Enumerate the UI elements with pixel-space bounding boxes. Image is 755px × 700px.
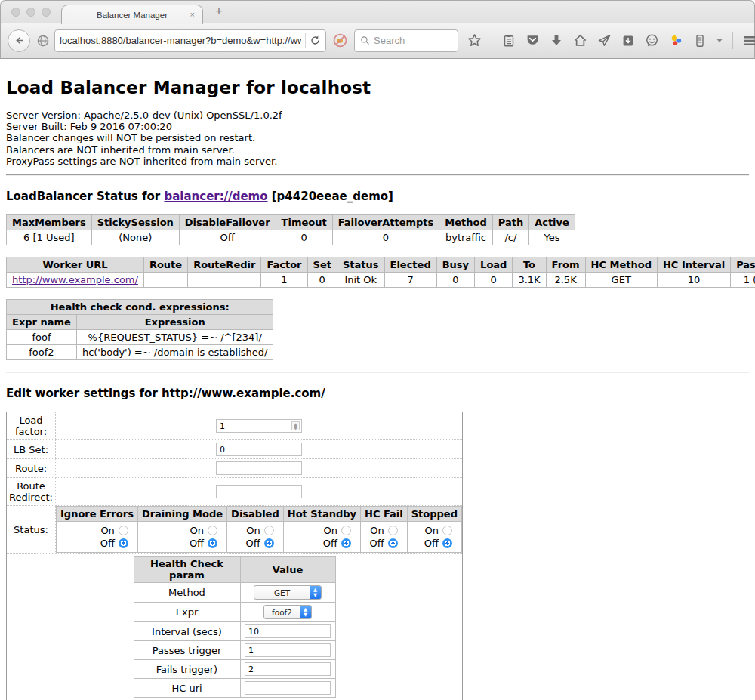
status-draining-mode-cell: On Off (137, 522, 226, 553)
divider (6, 372, 749, 373)
home-icon[interactable] (573, 33, 587, 48)
close-window-button[interactable] (11, 8, 20, 17)
page-content: Load Balancer Manager for localhost Serv… (0, 59, 755, 700)
zoom-window-button[interactable] (42, 8, 51, 17)
save-page-icon[interactable] (621, 34, 635, 48)
pocket-icon[interactable] (525, 33, 540, 48)
back-button[interactable] (8, 29, 30, 52)
table-row: foof %{REQUEST_STATUS} =~ /^[234]/ (7, 330, 273, 345)
stopped-off-radio[interactable] (442, 538, 452, 548)
divider (6, 174, 749, 176)
traffic-lights (11, 8, 51, 17)
status-ignore-errors-cell: On Off (57, 522, 138, 553)
search-placeholder: Search (374, 35, 405, 46)
device-icon[interactable] (693, 34, 707, 48)
disabled-on-radio[interactable] (264, 526, 274, 535)
hc-uri-input[interactable] (245, 681, 331, 695)
expr-label: Expr (134, 603, 240, 622)
balancer-status-heading: LoadBalancer Status for balancer://demo … (6, 190, 749, 203)
proxypass-note: ProxyPass settings are NOT inherited fro… (6, 156, 749, 167)
hot-standby-off-radio[interactable] (341, 538, 351, 548)
reading-list-icon[interactable] (502, 34, 516, 48)
route-input[interactable] (216, 461, 302, 475)
interval-label: Interval (secs) (134, 622, 240, 641)
search-icon (360, 35, 370, 45)
expr-table-title: Health check cond. expressions: (7, 300, 273, 315)
minimize-window-button[interactable] (26, 8, 35, 17)
url-text[interactable]: localhost:8880/balancer-manager?b=demo&w… (60, 35, 301, 46)
route-label: Route: (7, 459, 56, 478)
server-built: Server Built: Feb 9 2016 07:00:20 (6, 121, 749, 132)
fails-trigger-input[interactable] (245, 662, 331, 676)
expr-select[interactable]: foof2 ▲▼ (263, 605, 312, 619)
passes-trigger-label: Passes trigger (134, 641, 240, 660)
downloads-icon[interactable] (550, 34, 563, 48)
table-row: http://www.example.com/ 1 0 Init Ok 7 0 … (7, 273, 755, 288)
load-factor-input[interactable] (216, 419, 302, 433)
route-redirect-label: Route Redirect: (7, 478, 56, 506)
page-title: Load Balancer Manager for localhost (6, 59, 749, 97)
draining-mode-on-radio[interactable] (208, 526, 217, 535)
ignore-errors-off-radio[interactable] (119, 538, 128, 548)
status-hc-fail-cell: On Off (361, 522, 408, 553)
balancer-status-table: MaxMembers StickySession DisableFailover… (6, 214, 575, 245)
tab-title: Balancer Manager (97, 11, 168, 20)
number-spinner-icon[interactable]: ▲▼ (291, 421, 300, 430)
hot-standby-on-radio[interactable] (341, 526, 351, 535)
block-icon[interactable] (332, 32, 348, 48)
fails-trigger-label: Fails trigger) (134, 660, 240, 679)
browser-window: Balancer Manager × + localhost:8880/bala… (0, 0, 755, 700)
balancer-demo-link[interactable]: balancer://demo (164, 190, 267, 203)
draining-mode-off-radio[interactable] (208, 538, 217, 548)
ignore-errors-on-radio[interactable] (119, 526, 128, 535)
send-icon[interactable] (597, 33, 612, 48)
route-redirect-input[interactable] (216, 485, 302, 498)
lb-set-input[interactable] (216, 443, 302, 456)
server-version: Server Version: Apache/2.5.0-dev (Unix) … (6, 109, 749, 121)
server-info: Server Version: Apache/2.5.0-dev (Unix) … (6, 109, 749, 167)
menu-icon[interactable] (743, 35, 755, 47)
lb-set-label: LB Set: (7, 440, 56, 459)
method-label: Method (134, 583, 240, 603)
reload-icon[interactable] (310, 35, 321, 46)
persist-note: Balancer changes will NOT be persisted o… (6, 132, 749, 143)
table-row: foof2 hc('body') =~ /domain is establish… (7, 345, 273, 360)
caret-icon[interactable] (716, 39, 723, 43)
health-check-param-table: Health Check param Value Method GET ▲▼ (134, 556, 336, 698)
stopped-on-radio[interactable] (442, 526, 452, 535)
status-stopped-cell: On Off (407, 522, 461, 553)
search-input[interactable]: Search (354, 29, 458, 52)
worker-table: Worker URL Route RouteRedir Factor Set S… (6, 257, 755, 288)
select-stepper-icon: ▲▼ (300, 605, 311, 619)
url-bar[interactable]: localhost:8880/balancer-manager?b=demo&w… (54, 29, 326, 52)
status-table: Ignore Errors Draining Mode Disabled Hot… (56, 506, 462, 553)
balancers-note: Balancers are NOT inherited from main se… (6, 144, 749, 156)
health-check-expressions-table: Health check cond. expressions: Expr nam… (6, 299, 273, 360)
close-tab-icon[interactable]: × (190, 10, 195, 19)
globe-icon (36, 34, 50, 48)
status-disabled-cell: On Off (227, 522, 284, 553)
interval-input[interactable] (245, 624, 331, 638)
status-label: Status: (7, 506, 56, 554)
edit-worker-heading: Edit worker settings for http://www.exam… (6, 387, 749, 400)
table-row: 6 [1 Used] (None) Off 0 0 bytraffic /c/ … (7, 230, 575, 245)
new-tab-button[interactable]: + (215, 4, 223, 19)
extension-dots-icon[interactable] (669, 33, 683, 48)
hc-fail-on-radio[interactable] (388, 526, 398, 535)
chat-icon[interactable] (645, 33, 659, 48)
tab-balancer-manager[interactable]: Balancer Manager × (61, 5, 203, 24)
hc-fail-off-radio[interactable] (388, 538, 398, 548)
toolbar-icons (467, 32, 755, 49)
bookmark-star-icon[interactable] (467, 33, 482, 48)
select-stepper-icon: ▲▼ (310, 585, 321, 600)
worker-url-link[interactable]: http://www.example.com/ (12, 274, 138, 285)
edit-worker-form: Load factor: ▲▼ LB Set: Route: Route Red… (6, 412, 463, 700)
method-select[interactable]: GET ▲▼ (254, 585, 322, 600)
load-factor-label: Load factor: (7, 412, 56, 440)
disabled-off-radio[interactable] (264, 538, 274, 548)
status-hot-standby-cell: On Off (283, 522, 360, 553)
back-icon (13, 34, 26, 47)
passes-trigger-input[interactable] (245, 643, 331, 657)
navigation-toolbar: localhost:8880/balancer-manager?b=demo&w… (0, 23, 755, 59)
hc-uri-label: HC uri (134, 679, 240, 698)
